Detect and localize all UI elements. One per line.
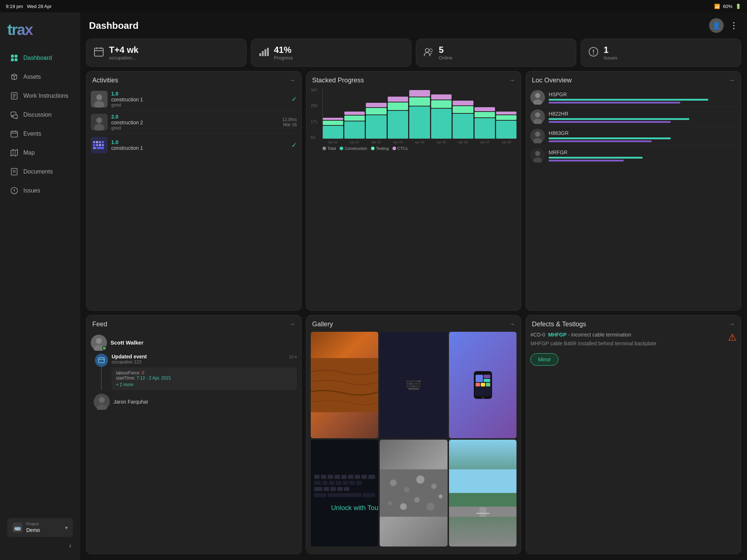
activity-status-1: good [111, 102, 288, 108]
widget-activities-arrow[interactable]: → [289, 77, 295, 84]
chart-bar-construction-1 [344, 121, 365, 139]
svg-rect-43 [96, 141, 98, 143]
defect-severity-badge[interactable]: Minor [530, 353, 558, 366]
gallery-thumb-wood[interactable] [311, 332, 379, 439]
loc-bar-h863gr-2 [549, 140, 652, 142]
gallery-thumb-keyboard-dark[interactable]: Unlock with Touch ID → [311, 440, 379, 547]
sidebar-item-map[interactable]: Map [3, 144, 77, 162]
online-indicator [102, 346, 107, 350]
calendar-icon [94, 47, 104, 59]
activity-thumb-2 [91, 114, 108, 131]
widget-gallery-arrow[interactable]: → [508, 320, 515, 328]
activity-name-3: construction 1 [111, 145, 288, 151]
svg-rect-90 [348, 475, 353, 479]
svg-rect-121 [449, 493, 517, 507]
activity-item-2[interactable]: 2.0 construction 2 good 12.0hrs Mar 16 [91, 111, 297, 134]
main-area: Dashboard 👤 ⋮ T+4 wk occu [80, 12, 747, 560]
sidebar-item-discussion[interactable]: Discussion [3, 106, 77, 124]
svg-rect-47 [96, 144, 98, 146]
loc-info-h822hr: H822HR [549, 111, 736, 123]
stat-card-progress[interactable]: 41% Progress [251, 39, 411, 67]
y-label-83: 83 [311, 135, 317, 140]
gallery-thumb-road[interactable] [449, 440, 517, 547]
chart-bar-testing-0 [323, 121, 343, 125]
svg-point-77 [482, 397, 484, 399]
more-menu-button[interactable]: ⋮ [729, 20, 738, 31]
assets-icon [10, 73, 18, 81]
svg-point-119 [439, 494, 443, 498]
chart-bar-construction-7 [475, 118, 495, 139]
loc-item-h863gr[interactable]: H863GR [530, 127, 736, 146]
svg-point-36 [96, 94, 102, 100]
activity-name-2: construction 2 [111, 120, 279, 125]
feed-avatar [91, 335, 107, 351]
svg-rect-3 [15, 58, 18, 61]
logo: trax [0, 12, 80, 46]
sidebar-item-dashboard[interactable]: Dashboard [3, 49, 77, 67]
chart-bar-ctcs-6 [453, 101, 473, 105]
stat-card-issues[interactable]: 1 Issues [581, 39, 741, 67]
widget-defects-content: #CD-0 MHFGP - Incorrect cable terminatio… [526, 332, 741, 554]
chart-bar-group-7 [475, 107, 495, 139]
gallery-thumb-keyboard[interactable] [380, 332, 448, 439]
sidebar-collapse-button[interactable]: ‹ [67, 540, 73, 551]
stat-card-occupation[interactable]: T+4 wk occupation... [86, 39, 247, 67]
gallery-thumb-phone[interactable] [449, 332, 517, 439]
stat-value-online: 5 [439, 45, 453, 55]
chart-bar-group-6 [453, 101, 473, 139]
svg-rect-102 [324, 487, 329, 491]
activity-thumb-1 [91, 91, 108, 108]
svg-point-39 [96, 117, 102, 123]
sidebar-item-work-instructions[interactable]: Work Instructions [3, 87, 77, 105]
svg-rect-82 [481, 383, 485, 386]
check-icon-1: ✓ [291, 95, 297, 103]
legend-dot-testing [371, 147, 375, 150]
svg-rect-22 [94, 48, 103, 56]
x-label-7: Apr 27 [474, 140, 495, 144]
svg-rect-2 [11, 58, 14, 61]
svg-rect-74 [311, 358, 379, 412]
svg-text:Unlock with Touch ID →: Unlock with Touch ID → [331, 504, 378, 512]
y-label-259: 259 [311, 104, 317, 108]
user-avatar[interactable]: 👤 [709, 18, 724, 33]
defect-alert-icon: ⚠ [728, 332, 736, 343]
svg-rect-99 [349, 481, 355, 485]
stat-label-online: Online [439, 55, 453, 61]
widget-feed-title: Feed [92, 320, 107, 328]
widget-feed-arrow[interactable]: → [289, 320, 295, 328]
svg-rect-98 [342, 481, 348, 485]
sidebar-item-documents[interactable]: Documents [3, 163, 77, 181]
online-icon [423, 47, 434, 59]
svg-rect-108 [363, 493, 375, 497]
top-header: Dashboard 👤 ⋮ [80, 12, 747, 39]
stat-card-online[interactable]: 5 Online [416, 39, 576, 67]
loc-item-h822hr[interactable]: H822HR [530, 107, 736, 127]
project-selector[interactable]: 🚌 Project Demo ▾ [7, 518, 73, 537]
widget-stacked-progress-arrow[interactable]: → [508, 77, 515, 84]
activity-name-1: construction 1 [111, 97, 288, 102]
sidebar-work-instructions-label: Work Instructions [23, 93, 68, 99]
activity-item-1[interactable]: 1.0 construction 1 good ✓ [91, 88, 297, 111]
legend-total: Total [322, 146, 336, 151]
activity-item-3[interactable]: 1.0 construction 1 ✓ [91, 134, 297, 156]
loc-item-hspgr[interactable]: HSPGR [530, 88, 736, 107]
stat-value-issues: 1 [604, 45, 618, 55]
x-label-8: Apr 28 [496, 140, 517, 144]
chart-bar-testing-6 [453, 106, 473, 113]
widget-activities-title: Activities [92, 77, 118, 84]
x-label-1: Apr 21 [344, 140, 365, 144]
sidebar-item-assets[interactable]: Assets [3, 68, 77, 86]
gallery-thumb-gravel[interactable] [380, 440, 448, 547]
loc-item-mrfgr[interactable]: MRFGR [530, 146, 736, 165]
widget-defects-arrow[interactable]: → [728, 320, 735, 328]
sidebar-item-issues[interactable]: Issues [3, 182, 77, 200]
svg-rect-103 [330, 487, 336, 491]
chart-bar-ctcs-4 [409, 90, 430, 97]
sidebar-nav: Dashboard Assets [0, 46, 80, 514]
feed-more-link[interactable]: + 2 more [116, 382, 293, 387]
svg-point-59 [535, 132, 540, 137]
sidebar-item-events[interactable]: Events [3, 125, 77, 143]
sidebar-dashboard-label: Dashboard [23, 55, 52, 61]
widget-loc-overview-arrow[interactable]: → [728, 77, 735, 84]
chart-bar-ctcs-8 [496, 112, 516, 114]
